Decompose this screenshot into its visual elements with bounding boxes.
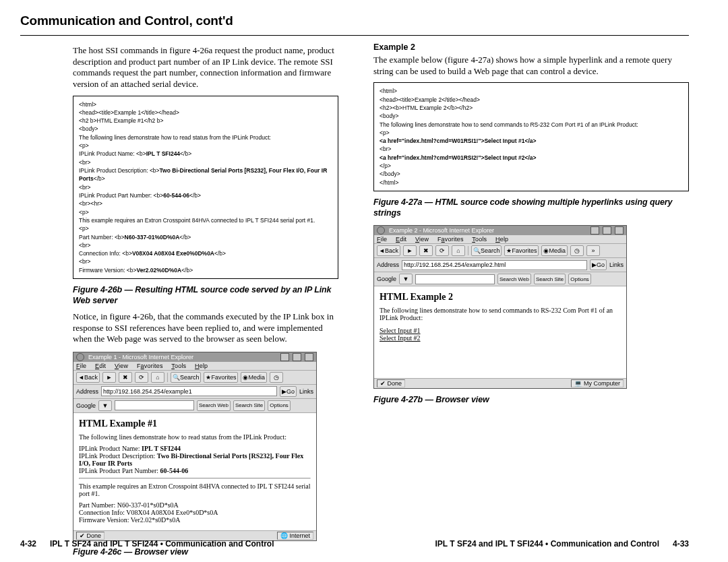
- media-button[interactable]: ◉ Media: [241, 372, 267, 383]
- options-button[interactable]: Options: [568, 274, 591, 284]
- code-line: <br>: [79, 183, 332, 191]
- code-line: <p>: [79, 208, 332, 216]
- browser-window-1: Example 1 - Microsoft Internet Explorer …: [73, 352, 317, 541]
- page-link-1[interactable]: Select Input #1: [380, 327, 421, 334]
- page-text: The following lines demonstrate how to s…: [380, 307, 621, 321]
- page-text: Firmware Version: Ver2.02*s0D*s0A: [79, 516, 311, 524]
- address-input[interactable]: [402, 260, 587, 270]
- close-button[interactable]: [615, 226, 624, 235]
- page-text: IPLink Product Part Number: 60-544-06: [79, 467, 311, 474]
- code-line: <h2><b>HTML Example 2</b></h2>: [380, 104, 683, 112]
- menu-file[interactable]: FFileile: [76, 363, 86, 369]
- browser-toolbar: ◄ Back ► ✖ ⟳ ⌂ 🔍 Search ★ Favorites ◉ Me…: [73, 371, 316, 385]
- ie-icon: [377, 226, 385, 235]
- browser-addressbar: Address ▶ Go Links: [374, 258, 626, 272]
- example-2-heading: Example 2: [373, 42, 689, 52]
- page-number-left: 4-32: [20, 539, 36, 549]
- page-text: This example requires an Extron Crosspoi…: [79, 482, 311, 497]
- back-button[interactable]: ◄ Back: [377, 245, 400, 256]
- caption-4-27b: Figure 4-27b — Browser view: [373, 394, 689, 405]
- search-site-button[interactable]: Search Site: [534, 274, 566, 284]
- browser-viewport: HTML Example 2 The following lines demon…: [374, 286, 626, 378]
- google-toolbar: Google ▼ Search Web Search Site Options: [374, 272, 626, 286]
- status-done: ✔ Done: [377, 379, 405, 387]
- left-para-2: Notice, in figure 4-26b, that the comman…: [73, 311, 338, 345]
- minimize-button[interactable]: [590, 226, 599, 235]
- history-button[interactable]: ◷: [270, 372, 283, 383]
- google-dropdown[interactable]: ▼: [98, 400, 112, 411]
- menu-view[interactable]: View: [115, 363, 128, 369]
- media-button[interactable]: ◉ Media: [541, 245, 568, 256]
- header-rule: [20, 35, 689, 36]
- menu-edit[interactable]: Edit: [396, 236, 406, 243]
- code-line: IPLink Product Description: <b>Two Bi-Di…: [79, 166, 332, 183]
- overflow-button[interactable]: »: [586, 245, 600, 256]
- code-line: <p>: [79, 142, 332, 150]
- caption-4-27a: Figure 4-27a — HTML source code showing …: [373, 197, 689, 218]
- home-button[interactable]: ⌂: [452, 245, 465, 256]
- refresh-button[interactable]: ⟳: [435, 245, 449, 256]
- search-button[interactable]: 🔍 Search: [171, 372, 202, 383]
- stop-button[interactable]: ✖: [119, 372, 132, 383]
- address-input[interactable]: [101, 386, 277, 396]
- menu-tools[interactable]: Tools: [472, 236, 487, 243]
- go-button[interactable]: ▶ Go: [590, 259, 607, 270]
- maximize-button[interactable]: [603, 226, 611, 235]
- browser-titlebar: Example 1 - Microsoft Internet Explorer: [73, 352, 316, 362]
- go-button[interactable]: ▶ Go: [280, 386, 297, 397]
- code-line: <br>: [79, 158, 332, 166]
- forward-button[interactable]: ►: [102, 372, 116, 383]
- stop-button[interactable]: ✖: [419, 245, 433, 256]
- browser-menubar: File Edit View Favorites Tools Help: [374, 235, 626, 244]
- links-label[interactable]: Links: [609, 261, 624, 268]
- google-toolbar: Google ▼ Search Web Search Site Options: [73, 399, 316, 413]
- refresh-button[interactable]: ⟳: [135, 372, 148, 383]
- maximize-button[interactable]: [293, 353, 301, 361]
- address-label: Address: [76, 388, 98, 395]
- back-button[interactable]: ◄ Back: [76, 372, 100, 383]
- page-heading: HTML Example 2: [380, 292, 621, 303]
- code-line: <head><title>Example 2</title></head>: [380, 96, 683, 104]
- page-footer: 4-32IPL T SF24 and IPL T SFI244 • Commun…: [0, 539, 728, 549]
- menu-favorites[interactable]: Favorites: [137, 363, 163, 369]
- code-line: </body>: [380, 170, 683, 178]
- menu-edit[interactable]: Edit: [95, 363, 106, 369]
- favorites-button[interactable]: ★ Favorites: [504, 245, 539, 256]
- menu-view[interactable]: View: [415, 236, 429, 243]
- code-line: This example requires an Extron Crosspoi…: [79, 216, 332, 224]
- menu-help[interactable]: Help: [495, 236, 508, 243]
- menu-help[interactable]: Help: [195, 363, 208, 369]
- close-button[interactable]: [305, 353, 313, 361]
- code-line: <a href="index.html?cmd=W01RSI2!">Select…: [380, 154, 683, 162]
- menu-tools[interactable]: Tools: [171, 363, 186, 369]
- google-search-input[interactable]: [115, 400, 194, 410]
- menu-favorites[interactable]: Favorites: [437, 236, 464, 243]
- menu-file[interactable]: File: [377, 236, 387, 243]
- code-line: <br>: [79, 241, 332, 249]
- code-line: <body>: [380, 112, 683, 120]
- history-button[interactable]: ◷: [570, 245, 584, 256]
- code-line: <p>: [79, 224, 332, 232]
- browser-viewport: HTML Example #1 The following lines demo…: [73, 413, 316, 530]
- search-site-button[interactable]: Search Site: [233, 400, 265, 411]
- code-line: <html>: [79, 100, 332, 108]
- google-dropdown[interactable]: ▼: [399, 274, 413, 284]
- code-line: <br>: [79, 257, 332, 266]
- favorites-button[interactable]: ★ Favorites: [204, 372, 238, 383]
- search-button[interactable]: 🔍 Search: [471, 245, 502, 256]
- browser-toolbar: ◄ Back ► ✖ ⟳ ⌂ 🔍 Search ★ Favorites ◉ Me…: [374, 244, 626, 258]
- search-web-button[interactable]: Search Web: [197, 400, 231, 411]
- code-line: </html>: [380, 179, 683, 187]
- links-label[interactable]: Links: [299, 388, 313, 395]
- home-button[interactable]: ⌂: [151, 372, 164, 383]
- google-search-input[interactable]: [415, 274, 495, 284]
- browser-titlebar: Example 2 - Microsoft Internet Explorer: [374, 226, 626, 235]
- page-text: Connection Info: V08X04 A08X04 Exe0*s0D*…: [79, 509, 311, 516]
- minimize-button[interactable]: [280, 353, 289, 361]
- code-line: <br>: [380, 145, 683, 153]
- options-button[interactable]: Options: [268, 400, 291, 411]
- search-web-button[interactable]: Search Web: [497, 274, 531, 284]
- forward-button[interactable]: ►: [403, 245, 417, 256]
- code-line: <br><hr>: [79, 199, 332, 208]
- page-link-2[interactable]: Select Input #2: [380, 334, 421, 342]
